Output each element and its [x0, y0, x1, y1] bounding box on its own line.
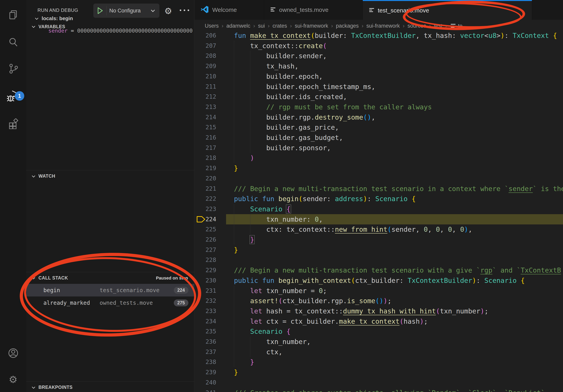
variable-row[interactable]: sender = 0000000000000000000000000000000… — [48, 28, 192, 34]
code-line[interactable]: 207 tx_context::create( — [194, 41, 563, 51]
line-number[interactable]: 214 — [194, 112, 224, 122]
code-line[interactable]: 235 Scenario { — [194, 326, 563, 337]
code-line[interactable]: 226 } — [194, 235, 563, 245]
account-icon[interactable] — [0, 342, 26, 364]
breadcrumb-item[interactable]: test — [434, 23, 442, 29]
code-line[interactable]: 230public fun begin_with_context(ctx_bui… — [194, 275, 563, 286]
line-number[interactable]: 208 — [194, 51, 224, 61]
line-number[interactable]: 219 — [194, 163, 224, 173]
start-debug-icon[interactable] — [97, 7, 103, 14]
line-number[interactable]: 213 — [194, 102, 224, 112]
line-number[interactable]: 241 — [194, 388, 224, 392]
line-number[interactable]: 212 — [194, 91, 224, 102]
code-line[interactable]: 209 tx_hash, — [194, 61, 563, 71]
line-number[interactable]: 222 — [194, 194, 224, 204]
line-number[interactable]: 239 — [194, 367, 224, 377]
code-line[interactable]: 239} — [194, 367, 563, 377]
code-line[interactable]: 218 ) — [194, 153, 563, 163]
line-number[interactable]: 217 — [194, 143, 224, 153]
code-line[interactable]: 232 assert!(ctx_builder.rgp.is_some()); — [194, 296, 563, 306]
code-line[interactable]: 240 — [194, 377, 563, 388]
code-line[interactable]: 238 } — [194, 357, 563, 367]
code-area[interactable]: 206fun make_tx_context(builder: TxContex… — [194, 0, 563, 392]
line-number[interactable]: 232 — [194, 296, 224, 306]
run-and-debug-icon[interactable]: 1 — [0, 85, 26, 107]
settings-gear-small-icon[interactable]: ⚙ — [164, 6, 172, 16]
code-line[interactable]: 221/// Begin a new multi-transaction tes… — [194, 183, 563, 194]
breadcrumb-item[interactable]: sources — [408, 23, 426, 29]
code-line[interactable]: 213 // rgp must be set from the caller a… — [194, 102, 563, 112]
code-line[interactable]: 223 Scenario { — [194, 204, 563, 214]
code-line[interactable]: 234 let ctx = ctx_builder.make_tx_contex… — [194, 316, 563, 327]
code-line[interactable]: 241/// Creates and shares system objects… — [194, 388, 563, 392]
debug-config-dropdown[interactable]: No Configura — [93, 3, 159, 18]
code-line[interactable]: 236 txn_number, — [194, 337, 563, 347]
breadcrumb-item[interactable]: sui-framework — [366, 23, 400, 29]
code-line[interactable]: 216 builder.gas_budget, — [194, 132, 563, 143]
call-stack-section-header[interactable]: CALL STACK Paused on step — [26, 272, 194, 284]
code-line[interactable]: 229/// Begin a new multi-transaction tes… — [194, 265, 563, 275]
line-number[interactable]: 235 — [194, 326, 224, 337]
line-number[interactable]: 231 — [194, 286, 224, 296]
search-icon[interactable] — [0, 31, 26, 53]
line-number[interactable]: 215 — [194, 122, 224, 132]
line-number[interactable]: 226 — [194, 235, 224, 245]
call-stack-frame[interactable]: begintest_scenario.move224 — [26, 284, 194, 297]
line-number[interactable]: 228 — [194, 255, 224, 265]
line-number[interactable]: 221 — [194, 183, 224, 194]
line-number[interactable]: 234 — [194, 316, 224, 327]
extensions-icon[interactable] — [0, 113, 26, 135]
breadcrumb-item[interactable]: packages — [336, 23, 359, 29]
code-line[interactable]: 215 builder.gas_price, — [194, 122, 563, 132]
code-line[interactable]: 210 builder.epoch, — [194, 71, 563, 81]
breadcrumb-item[interactable]: adamwelc — [227, 23, 251, 29]
tab-owned_tests.move[interactable]: owned_tests.move — [264, 0, 363, 20]
line-number[interactable]: 225 — [194, 224, 224, 235]
watch-section-header[interactable]: WATCH — [26, 170, 194, 182]
breadcrumb-item[interactable]: crates — [273, 23, 287, 29]
breadcrumb-item[interactable]: Users — [205, 23, 219, 29]
line-number[interactable]: 218 — [194, 153, 224, 163]
line-number[interactable]: 210 — [194, 71, 224, 81]
source-control-icon[interactable] — [0, 58, 26, 79]
line-number[interactable]: 223 — [194, 204, 224, 214]
code-line[interactable]: 224 txn_number: 0, — [194, 214, 563, 224]
line-number[interactable]: 207 — [194, 41, 224, 51]
code-line[interactable]: 214 builder.rgp.destroy_some(), — [194, 112, 563, 122]
paused-line-marker-icon[interactable] — [196, 216, 205, 223]
line-number[interactable]: 230 — [194, 275, 224, 286]
code-line[interactable]: 211 builder.epoch_timestamp_ms, — [194, 81, 563, 92]
breakpoints-section-header[interactable]: BREAKPOINTS — [26, 381, 194, 392]
line-number[interactable]: 240 — [194, 377, 224, 388]
breadcrumb-item[interactable]: sui-framework — [295, 23, 328, 29]
line-number[interactable]: 227 — [194, 245, 224, 255]
code-line[interactable]: 212 builder.ids_created, — [194, 91, 563, 102]
code-line[interactable]: 208 builder.sender, — [194, 51, 563, 61]
settings-gear-icon[interactable]: ⚙ — [0, 369, 26, 391]
locals-scope-row[interactable]: locals: begin — [34, 15, 73, 22]
code-line[interactable]: 225 ctx: tx_context::new_from_hint(sende… — [194, 224, 563, 235]
more-actions-icon[interactable] — [179, 8, 190, 12]
line-number[interactable]: 233 — [194, 306, 224, 316]
line-number[interactable]: 216 — [194, 132, 224, 143]
explorer-icon[interactable] — [0, 4, 26, 26]
line-number[interactable]: 209 — [194, 61, 224, 71]
breadcrumb-file[interactable]: te — [450, 23, 463, 29]
line-number[interactable]: 229 — [194, 265, 224, 275]
code-line[interactable]: 233 let hash = tx_context::dummy_tx_hash… — [194, 306, 563, 316]
tab-Welcome[interactable]: Welcome — [194, 0, 264, 20]
line-number[interactable]: 236 — [194, 337, 224, 347]
code-line[interactable]: 228 — [194, 255, 563, 265]
code-line[interactable]: 222public fun begin(sender: address): Sc… — [194, 194, 563, 204]
code-line[interactable]: 219} — [194, 163, 563, 173]
line-number[interactable]: 237 — [194, 347, 224, 357]
code-line[interactable]: 237 ctx, — [194, 347, 563, 357]
line-number[interactable]: 211 — [194, 81, 224, 92]
line-number[interactable]: 220 — [194, 173, 224, 183]
call-stack-frame[interactable]: already_markedowned_tests.move275 — [26, 297, 194, 309]
breadcrumb-item[interactable]: sui — [258, 23, 265, 29]
line-number[interactable]: 238 — [194, 357, 224, 367]
code-line[interactable]: 231 let txn_number = 0; — [194, 286, 563, 296]
code-line[interactable]: 220 — [194, 173, 563, 183]
code-line[interactable]: 217 builder.sponsor, — [194, 143, 563, 153]
